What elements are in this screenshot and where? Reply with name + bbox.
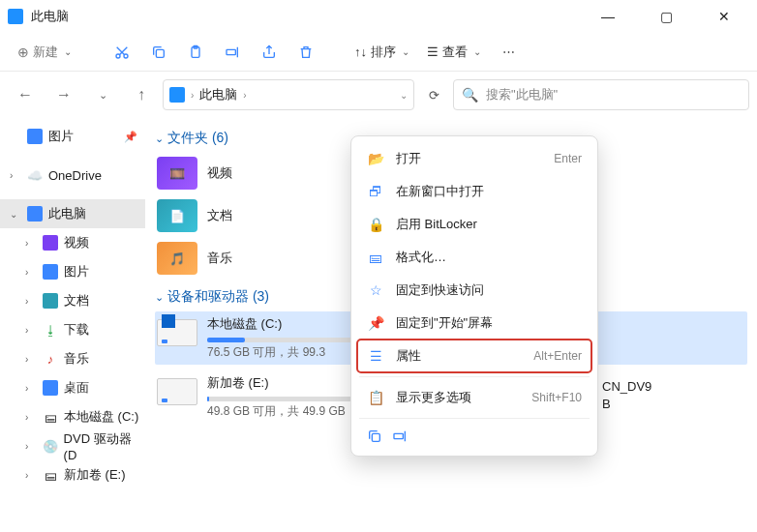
cm-new-window[interactable]: 🗗 在新窗口中打开 <box>357 175 591 208</box>
sidebar-label: OneDrive <box>48 168 102 183</box>
view-icon: ☰ <box>427 44 439 59</box>
cm-shortcut: Shift+F10 <box>531 391 582 404</box>
cm-label: 属性 <box>396 347 421 365</box>
up-button[interactable]: ↑ <box>124 77 159 112</box>
search-box[interactable]: 🔍 搜索"此电脑" <box>453 79 749 110</box>
cm-label: 显示更多选项 <box>396 389 471 406</box>
back-button[interactable]: ← <box>8 77 43 112</box>
chevron-down-icon[interactable]: ⌄ <box>400 90 408 101</box>
sort-icon: ↑↓ <box>354 44 367 59</box>
sidebar-item-pictures2[interactable]: › 图片 <box>0 257 145 286</box>
drive-icon <box>157 378 197 405</box>
cm-label: 在新窗口中打开 <box>396 183 484 200</box>
sidebar-label: 图片 <box>48 128 74 145</box>
recent-button[interactable]: ⌄ <box>85 77 120 112</box>
video-folder-icon: 🎞️ <box>157 157 197 190</box>
forward-button[interactable]: → <box>46 77 81 112</box>
sidebar-item-localc[interactable]: › 🖴 本地磁盘 (C:) <box>0 402 145 431</box>
cm-pin-quick[interactable]: ☆ 固定到快速访问 <box>357 274 591 307</box>
sidebar-item-downloads[interactable]: › ⭳ 下载 <box>0 315 145 344</box>
sidebar-item-onedrive[interactable]: › ☁️ OneDrive <box>0 161 145 190</box>
sidebar-label: 新加卷 (E:) <box>64 466 126 484</box>
folder-icon: 📂 <box>367 151 384 166</box>
expand-icon[interactable]: › <box>25 470 37 481</box>
delete-icon[interactable] <box>290 37 321 68</box>
expand-icon[interactable]: › <box>25 354 37 365</box>
sidebar-label: 视频 <box>64 234 89 251</box>
video-icon <box>43 235 58 251</box>
rename-icon[interactable] <box>217 37 248 68</box>
context-menu: 📂 打开 Enter 🗗 在新窗口中打开 🔒 启用 BitLocker 🖴 格式… <box>350 135 598 457</box>
breadcrumb[interactable]: 此电脑 <box>199 86 237 103</box>
window-controls: — ▢ ✕ <box>590 9 749 24</box>
separator <box>359 418 590 419</box>
cm-label: 格式化… <box>396 249 446 266</box>
expand-icon[interactable]: › <box>10 170 21 181</box>
sidebar-item-desktop[interactable]: › 桌面 <box>0 373 145 402</box>
sidebar-item-videos[interactable]: › 视频 <box>0 228 145 257</box>
partial-drive-label: CN_DV9 <box>602 379 651 394</box>
usage-bar <box>207 397 372 401</box>
expand-icon[interactable]: › <box>25 383 37 394</box>
new-window-icon: 🗗 <box>367 184 384 199</box>
address-bar[interactable]: › 此电脑 › ⌄ <box>163 79 414 110</box>
folder-label: 文档 <box>207 207 232 224</box>
svg-rect-7 <box>394 433 403 438</box>
view-button[interactable]: ☰ 查看 ⌄ <box>421 40 487 65</box>
expand-icon[interactable]: › <box>25 325 37 336</box>
sidebar-label: 桌面 <box>64 379 89 397</box>
sidebar-item-thispc[interactable]: ⌄ 此电脑 <box>0 199 145 228</box>
expand-icon[interactable]: › <box>25 267 37 278</box>
copy-icon[interactable] <box>367 429 382 444</box>
rename-icon[interactable] <box>392 429 408 444</box>
copy-icon[interactable] <box>143 37 174 68</box>
paste-icon[interactable] <box>180 37 211 68</box>
cm-bitlocker[interactable]: 🔒 启用 BitLocker <box>357 208 591 241</box>
maximize-button[interactable]: ▢ <box>649 9 683 24</box>
svg-rect-5 <box>227 49 235 54</box>
drive-sub: 49.8 GB 可用，共 49.9 GB <box>207 403 372 420</box>
refresh-button[interactable]: ⟳ <box>418 88 449 103</box>
pc-icon <box>27 206 43 222</box>
sidebar-item-music[interactable]: › ♪ 音乐 <box>0 344 145 373</box>
new-button[interactable]: ⊕ 新建 ⌄ <box>10 40 79 65</box>
drive-name: 本地磁盘 (C:) <box>207 315 372 333</box>
sidebar-item-pictures[interactable]: 图片 📌 <box>0 122 145 151</box>
more-icon[interactable]: ⋯ <box>493 37 524 68</box>
new-label: 新建 <box>33 44 58 61</box>
cm-pin-start[interactable]: 📌 固定到"开始"屏幕 <box>357 307 591 340</box>
collapse-icon[interactable]: ⌄ <box>10 209 21 220</box>
window-title: 此电脑 <box>31 8 69 25</box>
expand-icon[interactable]: › <box>25 441 37 452</box>
sidebar-label: 音乐 <box>64 350 89 368</box>
sort-label: 排序 <box>371 44 396 61</box>
group-label: 文件夹 (6) <box>167 130 228 147</box>
chevron-down-icon: ⌄ <box>155 133 164 145</box>
expand-icon[interactable]: › <box>25 412 37 423</box>
cm-open[interactable]: 📂 打开 Enter <box>357 142 591 175</box>
cm-shortcut: Enter <box>554 152 582 165</box>
cm-label: 固定到快速访问 <box>396 281 484 299</box>
cm-properties[interactable]: ☰ 属性 Alt+Enter <box>357 340 591 372</box>
expand-icon[interactable]: › <box>25 296 37 307</box>
minimize-button[interactable]: — <box>590 9 625 24</box>
cm-format[interactable]: 🖴 格式化… <box>357 241 591 274</box>
sidebar-label: DVD 驱动器 (D <box>64 430 145 462</box>
expand-icon[interactable]: › <box>25 238 37 249</box>
drive-icon: 🖴 <box>43 409 58 425</box>
cm-more[interactable]: 📋 显示更多选项 Shift+F10 <box>357 381 591 414</box>
chevron-down-icon: ⌄ <box>402 46 409 57</box>
sidebar-item-dvd[interactable]: › 💿 DVD 驱动器 (D <box>0 431 145 460</box>
cut-icon[interactable] <box>106 37 137 68</box>
close-button[interactable]: ✕ <box>707 9 742 24</box>
share-icon[interactable] <box>254 37 285 68</box>
separator <box>359 376 590 377</box>
sidebar-item-documents[interactable]: › 文档 <box>0 286 145 315</box>
chevron-down-icon: ⌄ <box>473 46 481 57</box>
sort-button[interactable]: ↑↓ 排序 ⌄ <box>348 40 415 65</box>
usage-bar <box>207 338 372 342</box>
pc-icon <box>169 87 185 103</box>
sidebar-item-vole[interactable]: › 🖴 新加卷 (E:) <box>0 460 145 489</box>
drive-sub: 76.5 GB 可用，共 99.3 <box>207 344 372 361</box>
cm-label: 固定到"开始"屏幕 <box>396 314 493 332</box>
